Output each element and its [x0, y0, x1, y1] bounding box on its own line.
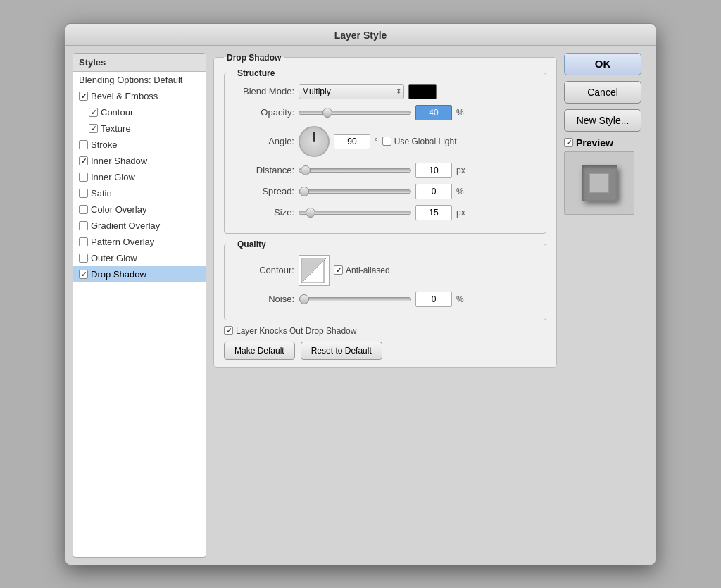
bottom-buttons: Make Default Reset to Default [224, 342, 546, 360]
size-unit: px [456, 208, 465, 218]
sidebar-item-gradient-overlay[interactable]: Gradient Overlay [73, 218, 206, 234]
checkbox-inner-shadow[interactable] [79, 156, 88, 165]
reset-to-default-button[interactable]: Reset to Default [301, 342, 382, 360]
checkbox-color-overlay[interactable] [79, 205, 88, 214]
noise-slider[interactable] [299, 297, 411, 301]
sidebar-label-inner-shadow: Inner Shadow [91, 156, 147, 166]
layer-knocks-out-checkbox[interactable] [224, 326, 233, 335]
right-panel: OK Cancel New Style... Preview [564, 53, 648, 558]
use-global-checkbox[interactable] [382, 137, 391, 146]
sidebar-item-pattern-overlay[interactable]: Pattern Overlay [73, 234, 206, 250]
anti-aliased-checkbox[interactable] [334, 265, 343, 275]
opacity-slider[interactable] [299, 111, 411, 115]
use-global-label[interactable]: Use Global Light [382, 137, 457, 146]
spread-row: Spread: % [234, 184, 536, 199]
sidebar-item-texture[interactable]: Texture [73, 120, 206, 137]
main-content: Drop Shadow Structure Blend Mode: Multip… [213, 53, 557, 558]
contour-preview[interactable] [299, 255, 330, 286]
preview-checkbox[interactable] [564, 138, 573, 147]
quality-legend: Quality [234, 239, 269, 249]
layer-knocks-out-row: Layer Knocks Out Drop Shadow [224, 326, 546, 336]
noise-unit: % [456, 294, 464, 304]
opacity-row: Opacity: % [234, 105, 536, 120]
sidebar-label-bevel-emboss: Bevel & Emboss [91, 91, 158, 101]
dial-indicator [313, 132, 315, 142]
sidebar-label-inner-glow: Inner Glow [91, 172, 135, 182]
sidebar-item-inner-glow[interactable]: Inner Glow [73, 169, 206, 185]
ok-button[interactable]: OK [564, 53, 641, 75]
angle-label: Angle: [234, 136, 294, 146]
spread-input[interactable] [415, 184, 452, 199]
blend-mode-select-wrapper: Multiply Normal Screen Overlay ⬍ [299, 84, 404, 99]
preview-inner-box [589, 173, 609, 193]
sidebar-item-contour[interactable]: Contour [73, 104, 206, 120]
checkbox-drop-shadow[interactable] [79, 270, 88, 279]
contour-label: Contour: [234, 265, 294, 275]
sidebar-blending-options[interactable]: Blending Options: Default [73, 72, 206, 88]
size-thumb[interactable] [306, 208, 315, 218]
opacity-thumb[interactable] [322, 108, 332, 118]
sidebar-item-color-overlay[interactable]: Color Overlay [73, 201, 206, 218]
cancel-button[interactable]: Cancel [564, 81, 641, 104]
layer-style-dialog: Layer Style Styles Blending Options: Def… [65, 23, 656, 565]
new-style-button[interactable]: New Style... [564, 109, 641, 132]
angle-input[interactable] [334, 134, 370, 149]
sidebar-label-gradient-overlay: Gradient Overlay [91, 220, 160, 231]
blend-mode-row: Blend Mode: Multiply Normal Screen Overl… [234, 84, 536, 99]
sidebar-label-color-overlay: Color Overlay [91, 204, 146, 215]
spread-slider[interactable] [299, 189, 411, 194]
distance-unit: px [456, 165, 465, 175]
opacity-unit: % [456, 108, 464, 118]
angle-unit: ° [375, 137, 378, 146]
dialog-title: Layer Style [65, 24, 656, 46]
checkbox-outer-glow[interactable] [79, 254, 88, 263]
checkbox-contour[interactable] [89, 108, 98, 117]
sidebar-item-inner-shadow[interactable]: Inner Shadow [73, 153, 206, 169]
sidebar-header: Styles [73, 54, 206, 72]
drop-shadow-legend: Drop Shadow [224, 53, 284, 63]
svg-marker-0 [301, 258, 327, 283]
checkbox-bevel-emboss[interactable] [79, 92, 88, 101]
sidebar-label-satin: Satin [91, 188, 112, 199]
distance-label: Distance: [234, 165, 294, 175]
blend-mode-label: Blend Mode: [234, 86, 294, 96]
distance-input[interactable] [415, 163, 452, 178]
preview-box [564, 151, 634, 215]
checkbox-pattern-overlay[interactable] [79, 237, 88, 246]
checkbox-satin[interactable] [79, 189, 88, 198]
sidebar-item-bevel-emboss[interactable]: Bevel & Emboss [73, 88, 206, 104]
noise-input[interactable] [415, 292, 452, 307]
spread-thumb[interactable] [299, 187, 309, 196]
sidebar-item-stroke[interactable]: Stroke [73, 137, 206, 153]
noise-thumb[interactable] [299, 294, 309, 304]
blend-mode-select[interactable]: Multiply Normal Screen Overlay [299, 84, 404, 99]
distance-thumb[interactable] [301, 165, 311, 175]
checkbox-stroke[interactable] [79, 140, 88, 149]
sidebar-label-outer-glow: Outer Glow [91, 253, 137, 263]
preview-label: Preview [564, 137, 613, 149]
distance-row: Distance: px [234, 163, 536, 178]
distance-slider[interactable] [299, 168, 411, 173]
size-row: Size: px [234, 205, 536, 220]
noise-label: Noise: [234, 294, 294, 304]
preview-inner [582, 165, 617, 201]
size-label: Size: [234, 207, 294, 218]
sidebar-item-satin[interactable]: Satin [73, 185, 206, 201]
checkbox-inner-glow[interactable] [79, 173, 88, 182]
sidebar-item-outer-glow[interactable]: Outer Glow [73, 250, 206, 266]
spread-unit: % [456, 187, 464, 196]
layer-knocks-out-label[interactable]: Layer Knocks Out Drop Shadow [224, 326, 356, 336]
angle-dial[interactable] [299, 126, 330, 157]
checkbox-texture[interactable] [89, 124, 98, 133]
make-default-button[interactable]: Make Default [224, 342, 295, 360]
opacity-input[interactable] [415, 105, 452, 120]
anti-aliased-label[interactable]: Anti-aliased [334, 265, 390, 275]
size-input[interactable] [415, 205, 452, 220]
sidebar-label-contour: Contour [101, 107, 133, 118]
preview-text: Preview [576, 137, 613, 149]
checkbox-gradient-overlay[interactable] [79, 221, 88, 230]
sidebar-item-drop-shadow[interactable]: Drop Shadow [73, 266, 206, 282]
shadow-color-swatch[interactable] [408, 84, 437, 99]
angle-row: Angle: ° Use Global Light [234, 126, 536, 157]
size-slider[interactable] [299, 211, 411, 215]
